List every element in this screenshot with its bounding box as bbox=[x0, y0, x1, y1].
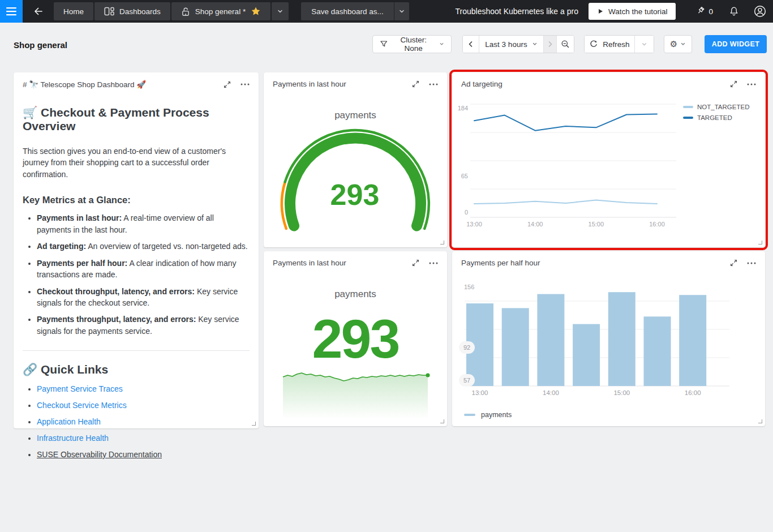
tab-dashboards[interactable]: Dashboards bbox=[95, 2, 170, 20]
hamburger-menu-button[interactable] bbox=[0, 0, 23, 23]
bar[interactable] bbox=[502, 308, 529, 386]
bar-widget: Payments per half hour 13:0014:0015:0016… bbox=[452, 251, 765, 426]
pin-count: 0 bbox=[708, 7, 713, 16]
bar[interactable] bbox=[573, 324, 600, 386]
time-forward-button[interactable] bbox=[543, 36, 556, 53]
metric-item: Payments per half hour: A clear indicati… bbox=[37, 258, 250, 281]
tab-home[interactable]: Home bbox=[54, 2, 93, 20]
chevron-down-icon bbox=[277, 8, 284, 15]
time-back-button[interactable] bbox=[463, 36, 479, 53]
navbar-right: Troubleshoot Kubernetes like a pro Watch… bbox=[456, 3, 773, 20]
x-axis-label: 14:00 bbox=[527, 221, 543, 228]
dashboard-settings-button[interactable]: ⚙ bbox=[664, 35, 692, 53]
watch-tutorial-label: Watch the tutorial bbox=[608, 7, 668, 16]
user-avatar[interactable] bbox=[754, 5, 766, 18]
time-range-label: Last 3 hours bbox=[485, 40, 527, 49]
metrics-list: Payments in last hour: A real-time overv… bbox=[37, 212, 250, 337]
legend-item[interactable]: NOT_TARGETED bbox=[683, 104, 749, 110]
play-icon bbox=[597, 8, 604, 15]
ellipsis-icon bbox=[429, 83, 438, 85]
overview-heading: 🛒 Checkout & Payment Process Overview bbox=[23, 106, 250, 133]
legend-label: NOT_TARGETED bbox=[697, 104, 749, 110]
zoom-out-icon bbox=[561, 40, 570, 49]
widget-title: Payments in last hour bbox=[273, 259, 402, 267]
gauge-chart: 293 bbox=[264, 72, 447, 247]
bar[interactable] bbox=[679, 295, 706, 386]
bar[interactable] bbox=[608, 292, 635, 386]
time-zoom-out-button[interactable] bbox=[556, 36, 574, 53]
cluster-filter-button[interactable]: Cluster: None bbox=[372, 35, 452, 53]
widget-menu-button[interactable] bbox=[747, 262, 756, 264]
resize-handle[interactable] bbox=[440, 419, 444, 423]
quick-links-heading: 🔗 Quick Links bbox=[23, 363, 250, 376]
quick-link[interactable]: Payment Service Traces bbox=[37, 384, 123, 393]
quick-link[interactable]: Checkout Service Metrics bbox=[37, 401, 127, 410]
ellipsis-icon bbox=[241, 83, 250, 85]
bar-legend[interactable]: payments bbox=[464, 411, 512, 419]
legend-swatch bbox=[464, 414, 475, 416]
tab-overflow-chevron[interactable] bbox=[272, 2, 289, 20]
widget-menu-button[interactable] bbox=[429, 83, 438, 85]
add-widget-button[interactable]: ADD WIDGET bbox=[705, 35, 767, 53]
ad-chart-svg: 18465013:0014:0015:0016:00 bbox=[452, 72, 765, 247]
expand-widget-button[interactable] bbox=[729, 80, 738, 88]
pinned-items-button[interactable]: 0 bbox=[695, 6, 713, 16]
save-dashboard-as-button[interactable]: Save dashboard as... bbox=[301, 2, 394, 20]
unlocked-lock-icon bbox=[181, 7, 190, 16]
widget-menu-button[interactable] bbox=[241, 83, 250, 85]
bar[interactable] bbox=[537, 294, 564, 386]
ad-targeting-widget: Ad targeting 18465013:0014:0015:0016:00 … bbox=[452, 72, 765, 247]
tab-shop-general-label: Shop general * bbox=[195, 7, 246, 16]
resize-handle[interactable] bbox=[758, 419, 762, 423]
legend-item[interactable]: TARGETED bbox=[683, 114, 749, 121]
legend-swatch bbox=[683, 106, 693, 108]
x-axis-label: 13:00 bbox=[472, 389, 488, 396]
widget-title: Ad targeting bbox=[461, 80, 720, 88]
spark-dot bbox=[426, 374, 430, 377]
favorite-star-icon[interactable] bbox=[251, 6, 261, 16]
expand-icon bbox=[729, 259, 738, 267]
expand-widget-button[interactable] bbox=[729, 259, 738, 267]
refresh-group: Refresh bbox=[584, 35, 654, 53]
quick-link[interactable]: Infrastructure Health bbox=[37, 434, 109, 443]
widget-header: # 🔭 Telescope Shop Dashboard 🚀 bbox=[14, 72, 259, 89]
cluster-filter-label: Cluster: None bbox=[392, 36, 435, 53]
resize-handle[interactable] bbox=[758, 241, 762, 244]
resize-handle[interactable] bbox=[252, 422, 256, 426]
x-axis-label: 16:00 bbox=[649, 221, 665, 228]
time-range-group: Last 3 hours bbox=[462, 35, 574, 53]
metric-item: Payments throughput, latency, and errors… bbox=[37, 314, 250, 337]
save-dashboard-as-chevron[interactable] bbox=[394, 2, 409, 20]
back-button[interactable] bbox=[27, 0, 50, 23]
watch-tutorial-button[interactable]: Watch the tutorial bbox=[589, 3, 676, 20]
dashboard-toolbar: Cluster: None Last 3 hours bbox=[372, 35, 767, 53]
ellipsis-icon bbox=[747, 262, 756, 264]
bell-icon bbox=[729, 6, 739, 17]
expand-widget-button[interactable] bbox=[411, 259, 420, 267]
quick-link[interactable]: Application Health bbox=[37, 417, 101, 426]
divider bbox=[23, 350, 250, 351]
y-axis-label: 0 bbox=[465, 209, 468, 216]
refresh-label: Refresh bbox=[603, 40, 629, 49]
widget-menu-button[interactable] bbox=[747, 83, 756, 85]
y-axis-label: 156 bbox=[464, 284, 474, 290]
widget-menu-button[interactable] bbox=[429, 262, 438, 264]
bar[interactable] bbox=[644, 316, 671, 386]
expand-icon bbox=[729, 80, 738, 88]
refresh-button[interactable]: Refresh bbox=[585, 36, 634, 53]
time-range-button[interactable]: Last 3 hours bbox=[479, 36, 543, 53]
metric-item: Ad targeting: An overview of targeted vs… bbox=[37, 241, 250, 252]
doc-link[interactable]: SUSE Observability Documentation bbox=[37, 450, 162, 459]
expand-widget-button[interactable] bbox=[411, 80, 420, 88]
resize-handle[interactable] bbox=[440, 241, 444, 244]
arrow-left-icon bbox=[33, 6, 44, 17]
legend-swatch bbox=[683, 117, 693, 119]
tab-shop-general[interactable]: Shop general * bbox=[171, 2, 270, 20]
gauge-value: 293 bbox=[330, 178, 380, 211]
refresh-options-chevron[interactable] bbox=[634, 36, 654, 53]
payments-gauge-widget: Payments in last hour payments 293 bbox=[264, 72, 447, 247]
notifications-button[interactable] bbox=[729, 6, 739, 17]
y-axis-label: 65 bbox=[461, 173, 468, 179]
tab-dashboards-label: Dashboards bbox=[119, 7, 161, 16]
expand-widget-button[interactable] bbox=[223, 80, 231, 89]
